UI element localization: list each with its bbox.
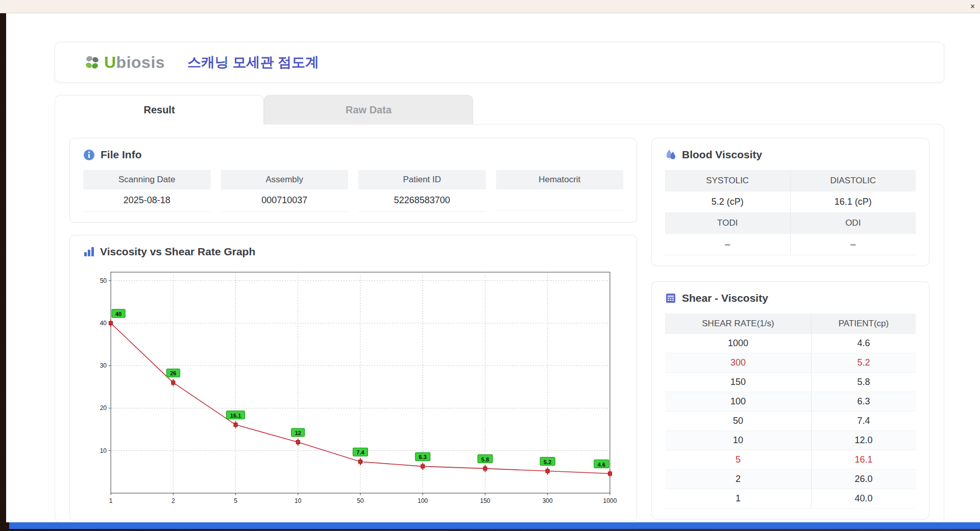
shear-rate-cell: 300 xyxy=(665,353,811,373)
close-icon[interactable]: × xyxy=(970,3,975,11)
page-title: 스캐닝 모세관 점도계 xyxy=(187,53,319,71)
viscosity-chart: 102030405012510501001503001000402616.112… xyxy=(87,265,619,511)
table-grid-icon xyxy=(665,293,676,304)
blood-viscosity-title-row: Blood Viscosity xyxy=(665,149,916,161)
shear-table-body: 10004.63005.21505.81006.3507.41012.0516.… xyxy=(665,334,916,509)
shear-viscosity-title: Shear - Viscosity xyxy=(682,292,768,304)
svg-text:10: 10 xyxy=(295,497,302,504)
svg-text:20: 20 xyxy=(100,404,107,412)
app-header: Ubiosis 스캐닝 모세관 점도계 xyxy=(55,42,944,83)
svg-text:40: 40 xyxy=(100,320,107,327)
bv-value-cell: 16.1 (cP) xyxy=(791,191,916,212)
bv-value-row: –– xyxy=(665,234,916,255)
graph-title-row: Viscosity vs Shear Rate Graph xyxy=(83,246,623,258)
file-info-field-value: 000710037 xyxy=(221,189,349,212)
shear-row: 1505.8 xyxy=(665,373,916,392)
patient-value-cell: 40.0 xyxy=(811,489,916,509)
svg-text:4.6: 4.6 xyxy=(598,462,605,468)
file-info-title-row: File Info xyxy=(83,149,623,161)
info-icon xyxy=(83,149,95,161)
patient-value-cell: 26.0 xyxy=(811,470,916,489)
file-info-field-label: Scanning Date xyxy=(83,170,211,189)
svg-text:1000: 1000 xyxy=(603,497,617,504)
bv-header-cell: TODI xyxy=(665,213,791,233)
patient-value-cell: 16.1 xyxy=(811,450,916,470)
patient-value-cell: 5.2 xyxy=(811,353,916,373)
window-title-bar: × xyxy=(0,0,980,13)
bv-header-cell: SYSTOLIC xyxy=(665,171,791,191)
shear-rate-cell: 2 xyxy=(665,470,811,489)
shear-rate-cell: 1 xyxy=(665,489,811,509)
bv-value-row: 5.2 (cP)16.1 (cP) xyxy=(665,191,916,213)
bottom-accent-bar xyxy=(9,522,980,529)
droplet-icon xyxy=(665,149,676,161)
shear-rate-cell: 150 xyxy=(665,373,811,392)
svg-text:10: 10 xyxy=(100,447,107,454)
svg-text:5.2: 5.2 xyxy=(544,459,551,465)
shear-rate-cell: 50 xyxy=(665,412,811,431)
file-info-field: Hematocrit xyxy=(496,170,624,212)
shear-rate-cell: 5 xyxy=(665,450,811,470)
bv-value-cell: 5.2 (cP) xyxy=(665,191,791,212)
shear-row: 3005.2 xyxy=(665,353,916,373)
bar-chart-icon xyxy=(83,246,94,257)
result-panel: File Info Scanning Date2025-08-18Assembl… xyxy=(55,124,944,522)
file-info-field-value xyxy=(496,189,624,211)
svg-text:16.1: 16.1 xyxy=(230,413,241,419)
shear-viscosity-panel: Shear - Viscosity SHEAR RATE(1/s) PATIEN… xyxy=(651,281,929,519)
svg-text:1: 1 xyxy=(109,497,113,504)
app-window: Ubiosis 스캐닝 모세관 점도계 Result Raw Data xyxy=(6,13,980,522)
tab-raw-data[interactable]: Raw Data xyxy=(264,95,473,125)
file-info-field-value: 2025-08-18 xyxy=(83,189,211,212)
file-info-title: File Info xyxy=(101,149,142,161)
shear-row: 140.0 xyxy=(665,489,916,509)
graph-panel: Viscosity vs Shear Rate Graph 1020304050… xyxy=(69,235,637,521)
file-info-field-label: Hematocrit xyxy=(496,170,624,189)
patient-value-cell: 6.3 xyxy=(811,392,916,412)
bv-header-row: SYSTOLICDIASTOLIC xyxy=(665,171,916,191)
bv-header-row: TODIODI xyxy=(665,213,916,234)
blood-viscosity-panel: Blood Viscosity SYSTOLICDIASTOLIC5.2 (cP… xyxy=(651,138,929,266)
svg-text:50: 50 xyxy=(357,497,364,504)
svg-text:2: 2 xyxy=(172,497,175,504)
svg-text:6.3: 6.3 xyxy=(419,454,427,460)
logo-text: Ubiosis xyxy=(104,53,165,72)
ubiosis-logo: Ubiosis xyxy=(84,53,165,72)
svg-text:26: 26 xyxy=(170,370,176,376)
tab-result[interactable]: Result xyxy=(55,95,264,125)
blood-viscosity-table: SYSTOLICDIASTOLIC5.2 (cP)16.1 (cP)TODIOD… xyxy=(665,170,916,255)
svg-text:5.8: 5.8 xyxy=(481,456,489,463)
shear-rate-col-header: SHEAR RATE(1/s) xyxy=(665,313,811,334)
file-info-field: Scanning Date2025-08-18 xyxy=(83,170,211,212)
svg-text:100: 100 xyxy=(418,497,428,504)
shear-viscosity-table: SHEAR RATE(1/s) PATIENT(cp) 10004.63005.… xyxy=(665,313,916,509)
svg-text:300: 300 xyxy=(543,497,553,504)
patient-value-cell: 5.8 xyxy=(811,373,916,392)
shear-row: 516.1 xyxy=(665,450,916,470)
logo-leaf-icon xyxy=(84,54,101,71)
shear-viscosity-title-row: Shear - Viscosity xyxy=(665,292,916,304)
shear-row: 1012.0 xyxy=(665,431,916,450)
svg-text:7.4: 7.4 xyxy=(356,449,364,455)
svg-text:40: 40 xyxy=(115,311,121,317)
file-info-field-label: Patient ID xyxy=(358,170,486,189)
shear-table-header: SHEAR RATE(1/s) PATIENT(cp) xyxy=(665,313,916,334)
shear-rate-cell: 10 xyxy=(665,431,811,450)
svg-text:150: 150 xyxy=(480,497,490,504)
svg-text:30: 30 xyxy=(100,362,107,369)
file-info-field: Assembly000710037 xyxy=(221,170,349,212)
patient-value-cell: 7.4 xyxy=(811,412,916,431)
bv-header-cell: ODI xyxy=(791,213,916,233)
tab-bar: Result Raw Data xyxy=(55,95,944,125)
shear-rate-cell: 100 xyxy=(665,392,811,412)
file-info-field: Patient ID52268583700 xyxy=(358,170,486,212)
patient-value-cell: 4.6 xyxy=(811,334,916,353)
viscosity-chart-wrap: 102030405012510501001503001000402616.112… xyxy=(83,265,623,511)
graph-title: Viscosity vs Shear Rate Graph xyxy=(100,246,255,258)
bv-value-cell: – xyxy=(791,234,916,255)
bv-value-cell: – xyxy=(665,234,791,255)
shear-row: 1006.3 xyxy=(665,392,916,412)
svg-text:12: 12 xyxy=(295,430,301,436)
file-info-field-value: 52268583700 xyxy=(358,189,486,212)
svg-text:5: 5 xyxy=(234,497,237,504)
